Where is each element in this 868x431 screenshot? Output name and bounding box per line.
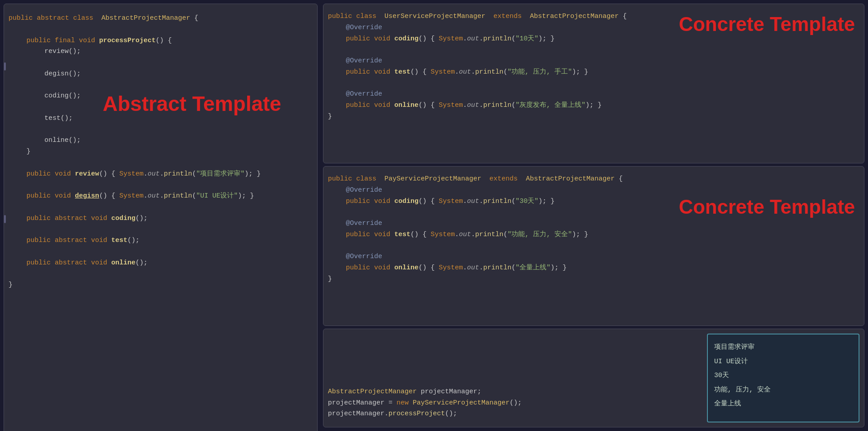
code-line [9,202,313,213]
output-line-2: UI UE设计 [714,356,852,368]
code-line: public abstract class AbstractProjectMan… [9,13,313,24]
code-line: } [328,274,859,285]
code-line: degisn(); [9,69,313,80]
code-line: @Override [328,56,859,67]
code-line: public void degisn() { System.out.printl… [9,191,313,202]
bottom-block: AbstractProjectManager projectManager; p… [323,329,864,427]
code-line: } [9,146,313,158]
code-line: @Override [328,218,859,229]
user-service-block: Concrete Template public class UserServi… [323,4,864,163]
code-line [328,241,859,252]
code-line: public final void processProject() { [9,35,313,47]
code-line: @Override [328,89,859,100]
right-panel: Concrete Template public class UserServi… [321,0,868,431]
code-line: } [328,111,859,123]
code-line: review(); [9,46,313,57]
code-line: public class PayServiceProjectManager ex… [328,174,859,185]
code-line: public void review() { System.out.printl… [9,169,313,180]
code-line: public class UserServiceProjectManager e… [328,11,859,22]
code-line [9,124,313,136]
code-line [9,268,313,280]
bottom-left-code: AbstractProjectManager projectManager; p… [323,329,702,427]
code-line: } [9,280,313,291]
code-line: @Override [328,185,859,196]
code-line: public abstract void test(); [9,235,313,246]
gutter-line-1 [4,62,6,70]
code-line: projectManager = new PayServiceProjectMa… [328,398,698,409]
pay-service-block: Concrete Template public class PayServic… [323,166,864,326]
code-line [328,44,859,56]
code-line: projectManager.processProject(); [328,409,698,420]
code-line [9,102,313,113]
code-line: online(); [9,135,313,146]
code-line: public void online() { System.out.printl… [328,263,859,274]
output-line-1: 项目需求评审 [714,342,852,353]
code-line [9,180,313,191]
output-panel: 项目需求评审 UI UE设计 30天 功能, 压力, 安全 全量上线 [707,334,859,422]
code-line: public abstract void coding(); [9,213,313,224]
output-line-4: 功能, 压力, 安全 [714,384,852,396]
code-line [9,224,313,235]
code-line [9,57,313,69]
code-line: AbstractProjectManager projectManager; [328,387,698,398]
code-line: public void coding() { System.out.printl… [328,34,859,45]
code-line: @Override [328,22,859,34]
code-line: public void test() { System.out.println(… [328,229,859,241]
code-line: @Override [328,251,859,263]
code-line: public abstract void online(); [9,258,313,269]
code-line [328,78,859,89]
left-panel: Abstract Template public abstract class … [4,4,318,431]
output-line-3: 30天 [714,370,852,382]
code-line: public void online() { System.out.printl… [328,100,859,111]
code-line [9,24,313,35]
code-line [9,80,313,91]
code-line: public void test() { System.out.println(… [328,67,859,78]
code-line: coding(); [9,91,313,102]
code-line [328,207,859,218]
output-line-5: 全量上线 [714,398,852,410]
code-line [9,246,313,258]
gutter-line-2 [4,215,6,223]
code-line: public void coding() { System.out.printl… [328,196,859,207]
code-line [9,158,313,169]
code-line: test(); [9,113,313,124]
